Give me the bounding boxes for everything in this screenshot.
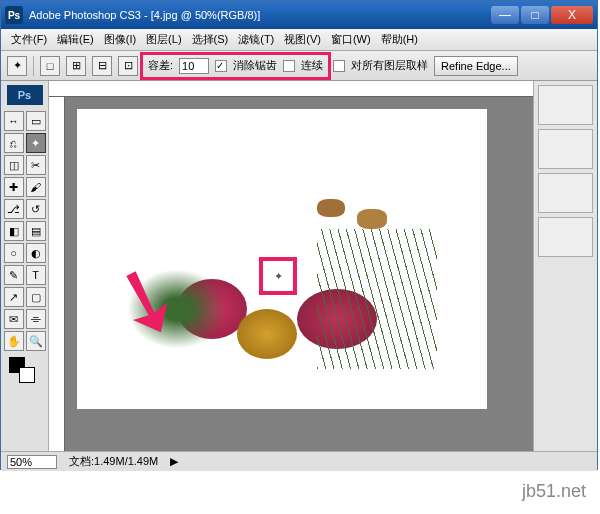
tool-eraser[interactable]: ◧ bbox=[4, 221, 24, 241]
close-button[interactable]: X bbox=[551, 6, 593, 24]
window-title: Adobe Photoshop CS3 - [4.jpg @ 50%(RGB/8… bbox=[29, 9, 491, 21]
statusbar: 文档:1.49M/1.49M ▶ bbox=[1, 451, 597, 471]
tool-zoom[interactable]: 🔍 bbox=[26, 331, 46, 351]
tool-path[interactable]: ↗ bbox=[4, 287, 24, 307]
highlighted-options: 容差: 消除锯齿 连续 bbox=[144, 56, 327, 76]
tool-brush[interactable]: 🖌 bbox=[26, 177, 46, 197]
contiguous-checkbox[interactable] bbox=[283, 60, 295, 72]
panel-dock bbox=[533, 81, 597, 451]
tool-dodge[interactable]: ◐ bbox=[26, 243, 46, 263]
tool-heal[interactable]: ✚ bbox=[4, 177, 24, 197]
menu-filter[interactable]: 滤镜(T) bbox=[234, 30, 278, 49]
maximize-button[interactable]: □ bbox=[521, 6, 549, 24]
tolerance-input[interactable] bbox=[179, 58, 209, 74]
watermark: jb51.net bbox=[522, 481, 586, 502]
antialias-checkbox[interactable] bbox=[215, 60, 227, 72]
app-icon: Ps bbox=[5, 6, 23, 24]
tool-stamp[interactable]: ⎇ bbox=[4, 199, 24, 219]
background-swatch[interactable] bbox=[19, 367, 35, 383]
ruler-vertical[interactable] bbox=[49, 97, 65, 451]
tool-type[interactable]: T bbox=[26, 265, 46, 285]
menu-view[interactable]: 视图(V) bbox=[280, 30, 325, 49]
doc-size-label: 文档:1.49M/1.49M bbox=[69, 454, 158, 469]
tool-shape[interactable]: ▢ bbox=[26, 287, 46, 307]
wand-cursor-marker: ✦ bbox=[259, 257, 297, 295]
refine-edge-button[interactable]: Refine Edge... bbox=[434, 56, 518, 76]
sample-all-checkbox[interactable] bbox=[333, 60, 345, 72]
options-bar: ✦ □ ⊞ ⊟ ⊡ 容差: 消除锯齿 连续 对所有图层取样 Refine Edg… bbox=[1, 51, 597, 81]
navigator-panel[interactable] bbox=[538, 85, 593, 125]
tool-wand[interactable]: ✦ bbox=[26, 133, 46, 153]
zoom-input[interactable] bbox=[7, 455, 57, 469]
canvas-area: ✦ ➘ bbox=[49, 81, 533, 451]
tool-gradient[interactable]: ▤ bbox=[26, 221, 46, 241]
selection-new-icon[interactable]: □ bbox=[40, 56, 60, 76]
layers-panel[interactable] bbox=[538, 217, 593, 257]
menu-file[interactable]: 文件(F) bbox=[7, 30, 51, 49]
tool-lasso[interactable]: ⎌ bbox=[4, 133, 24, 153]
menu-layer[interactable]: 图层(L) bbox=[142, 30, 185, 49]
tool-crop[interactable]: ◫ bbox=[4, 155, 24, 175]
contiguous-label: 连续 bbox=[301, 58, 323, 73]
titlebar: Ps Adobe Photoshop CS3 - [4.jpg @ 50%(RG… bbox=[1, 1, 597, 29]
tool-preset-icon[interactable]: ✦ bbox=[7, 56, 27, 76]
tool-slice[interactable]: ✂ bbox=[26, 155, 46, 175]
menu-edit[interactable]: 编辑(E) bbox=[53, 30, 98, 49]
history-panel[interactable] bbox=[538, 173, 593, 213]
selection-intersect-icon[interactable]: ⊡ bbox=[118, 56, 138, 76]
tolerance-label: 容差: bbox=[148, 58, 173, 73]
chevron-right-icon[interactable]: ▶ bbox=[170, 455, 178, 468]
workarea: Ps ↔▭⎌✦◫✂✚🖌⎇↺◧▤○◐✎T↗▢✉⌯✋🔍 bbox=[1, 81, 597, 451]
tool-notes[interactable]: ✉ bbox=[4, 309, 24, 329]
menu-image[interactable]: 图像(I) bbox=[100, 30, 140, 49]
tool-hand[interactable]: ✋ bbox=[4, 331, 24, 351]
ruler-horizontal[interactable] bbox=[49, 81, 533, 97]
menu-window[interactable]: 窗口(W) bbox=[327, 30, 375, 49]
toolbox: Ps ↔▭⎌✦◫✂✚🖌⎇↺◧▤○◐✎T↗▢✉⌯✋🔍 bbox=[1, 81, 49, 451]
menu-select[interactable]: 选择(S) bbox=[188, 30, 233, 49]
tool-move[interactable]: ↔ bbox=[4, 111, 24, 131]
separator bbox=[33, 56, 34, 76]
tool-marquee[interactable]: ▭ bbox=[26, 111, 46, 131]
menu-help[interactable]: 帮助(H) bbox=[377, 30, 422, 49]
selection-sub-icon[interactable]: ⊟ bbox=[92, 56, 112, 76]
tool-history[interactable]: ↺ bbox=[26, 199, 46, 219]
antialias-label: 消除锯齿 bbox=[233, 58, 277, 73]
tool-eyedrop[interactable]: ⌯ bbox=[26, 309, 46, 329]
color-swatches[interactable] bbox=[3, 357, 46, 387]
menubar: 文件(F) 编辑(E) 图像(I) 图层(L) 选择(S) 滤镜(T) 视图(V… bbox=[1, 29, 597, 51]
color-panel[interactable] bbox=[538, 129, 593, 169]
app-window: Ps Adobe Photoshop CS3 - [4.jpg @ 50%(RG… bbox=[0, 0, 598, 470]
ps-logo-icon: Ps bbox=[7, 85, 43, 105]
tool-blur[interactable]: ○ bbox=[4, 243, 24, 263]
selection-add-icon[interactable]: ⊞ bbox=[66, 56, 86, 76]
sample-all-label: 对所有图层取样 bbox=[351, 58, 428, 73]
tool-pen[interactable]: ✎ bbox=[4, 265, 24, 285]
minimize-button[interactable]: — bbox=[491, 6, 519, 24]
